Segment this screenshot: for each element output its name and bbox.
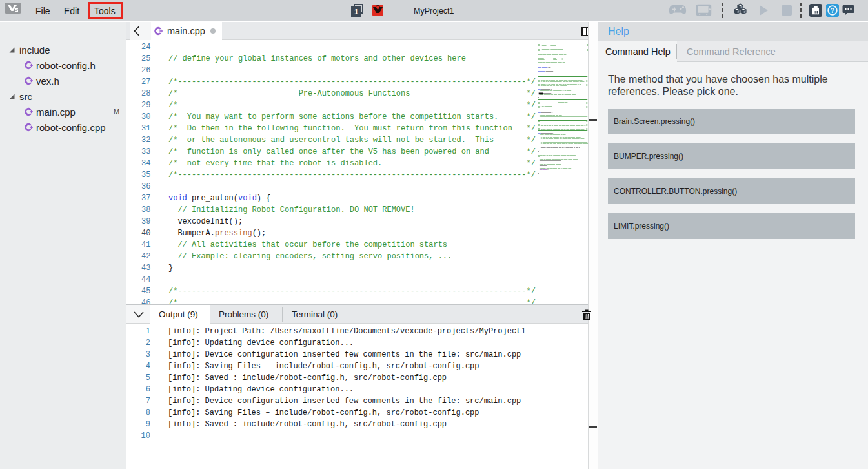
svg-text:?: ? bbox=[831, 6, 834, 14]
